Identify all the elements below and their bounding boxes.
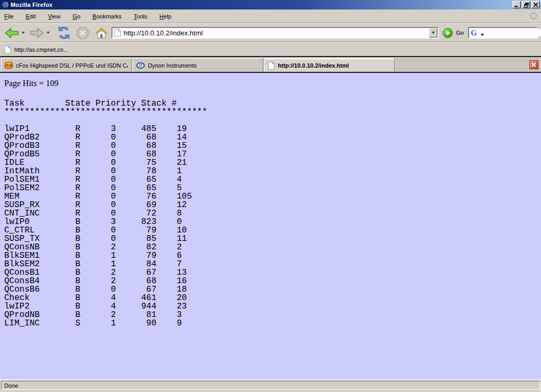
url-dropdown-button[interactable] (429, 28, 437, 38)
reload-icon (57, 26, 71, 40)
task-row: QProdB5 R 0 68 17 (4, 150, 537, 158)
task-row: PolSEM2 R 0 65 5 (4, 184, 537, 192)
firefox-logo-icon (2, 1, 9, 8)
menu-bookmarks[interactable]: Bookmarks (92, 13, 122, 20)
bookmarks-bar: http://as.cmpnet.co... (0, 42, 541, 56)
page-icon (114, 29, 121, 37)
menu-help[interactable]: Help (160, 13, 172, 20)
cfos-icon: cFos (5, 62, 13, 69)
task-table-spacer (4, 116, 537, 125)
status-text: Done (4, 382, 18, 389)
back-dropdown-button[interactable] (22, 32, 25, 34)
task-row: lwIP2 B 4 944 23 (4, 302, 537, 311)
task-row: QProdB2 R 0 68 14 (4, 133, 537, 142)
task-table-separator: **************************************** (4, 108, 537, 116)
task-row: PolSEM1 R 0 65 4 (4, 175, 537, 184)
task-row: QConsNB B 2 82 2 (4, 243, 537, 251)
task-row: BlkSEM2 B 1 84 7 (4, 260, 537, 268)
window-title: Mozilla Firefox (11, 2, 511, 8)
forward-arrow-icon (29, 26, 44, 40)
task-row: QConsB1 B 2 67 13 (4, 268, 537, 277)
menu-tools[interactable]: Tools (134, 13, 147, 20)
go-button[interactable]: ▶ (443, 28, 453, 38)
search-bar: G (468, 27, 538, 39)
dynon-icon: D (136, 62, 145, 69)
task-row: Check B 4 461 20 (4, 294, 537, 302)
reload-button[interactable] (57, 26, 71, 40)
forward-dropdown-button[interactable] (46, 32, 50, 34)
task-row: CNT_INC R 0 72 8 (4, 209, 537, 218)
stop-icon (76, 26, 89, 40)
tab-strip: cFoscFos Highspeed DSL / PPPoE und ISDN … (0, 57, 541, 72)
home-button[interactable] (95, 26, 108, 40)
status-bar: Done (0, 379, 541, 392)
task-row: QConsB6 B 0 67 18 (4, 285, 537, 294)
task-row: BlkSEM1 B 1 79 6 (4, 251, 537, 260)
task-table: Task State Priority Stack # ************… (4, 99, 537, 328)
task-row: SUSP_TX B 0 85 11 (4, 235, 537, 243)
tab-1[interactable]: cFoscFos Highspeed DSL / PPPoE und ISDN … (1, 58, 132, 72)
menu-go[interactable]: Go (72, 13, 80, 20)
tabs-container: cFoscFos Highspeed DSL / PPPoE und ISDN … (0, 58, 395, 72)
task-row: IDLE R 0 75 21 (4, 158, 537, 167)
task-row: C_CTRL B 0 79 10 (4, 226, 537, 235)
menu-bar: FileEditViewGoBookmarksToolsHelp (0, 10, 541, 23)
google-logo-icon[interactable]: G (471, 29, 477, 37)
task-table-rows: lwIP1 R 3 485 19QProdB2 R 0 68 14QProdB3… (4, 125, 537, 328)
task-table-header: Task State Priority Stack # (4, 99, 537, 108)
page-icon (4, 45, 11, 54)
home-icon (95, 26, 108, 40)
back-button[interactable] (4, 26, 20, 40)
title-bar: Mozilla Firefox (0, 0, 541, 10)
menu-bar-items: FileEditViewGoBookmarksToolsHelp (4, 13, 529, 20)
status-field: Done (1, 381, 540, 390)
navigation-toolbar: ▶ Go G (0, 23, 541, 42)
page-icon (268, 61, 275, 70)
task-row: lwIP0 B 3 823 0 (4, 218, 537, 226)
tab-label: http://10.0.10.2/index.html (278, 62, 349, 69)
url-input[interactable] (124, 29, 429, 37)
bookmark-label: http://as.cmpnet.co... (14, 46, 68, 53)
restore-button[interactable] (522, 1, 530, 8)
back-arrow-icon (4, 26, 20, 40)
go-button-label[interactable]: Go (456, 30, 464, 36)
close-tab-button[interactable] (529, 60, 538, 69)
task-row: MEM R 0 76 105 (4, 192, 537, 201)
tab-label: Dynon Instruments (148, 62, 197, 69)
task-row: LIM_INC S 1 90 9 (4, 319, 537, 328)
menu-edit[interactable]: Edit (26, 13, 36, 20)
minimize-button[interactable] (512, 1, 521, 8)
task-row: IntMath R 0 78 1 (4, 167, 537, 175)
bookmark-item[interactable]: http://as.cmpnet.co... (4, 45, 68, 54)
tab-3[interactable]: http://10.0.10.2/index.html (264, 58, 395, 72)
page-content: Page Hits = 109 Task State Priority Stac… (0, 73, 541, 379)
page-hits-text: Page Hits = 109 (4, 79, 537, 88)
task-row: lwIP1 R 3 485 19 (4, 125, 537, 133)
tab-2[interactable]: DDynon Instruments (133, 58, 263, 72)
forward-button[interactable] (29, 26, 44, 40)
url-bar (111, 27, 439, 39)
task-row: QProdNB B 2 81 3 (4, 311, 537, 319)
tab-label: cFos Highspeed DSL / PPPoE und ISDN CAP.… (16, 62, 128, 69)
menu-file[interactable]: File (4, 13, 14, 20)
task-row: QConsB4 B 2 68 16 (4, 277, 537, 285)
browser-window: Mozilla Firefox FileEditViewGoBookmarksT… (0, 0, 541, 392)
task-row: SUSP_RX R 0 69 12 (4, 201, 537, 209)
close-button[interactable] (531, 1, 540, 8)
throbber-icon (529, 12, 538, 21)
search-input[interactable] (484, 29, 541, 36)
stop-button[interactable] (76, 26, 89, 40)
menu-view[interactable]: View (48, 13, 61, 20)
task-row: QProdB3 R 0 68 15 (4, 142, 537, 150)
